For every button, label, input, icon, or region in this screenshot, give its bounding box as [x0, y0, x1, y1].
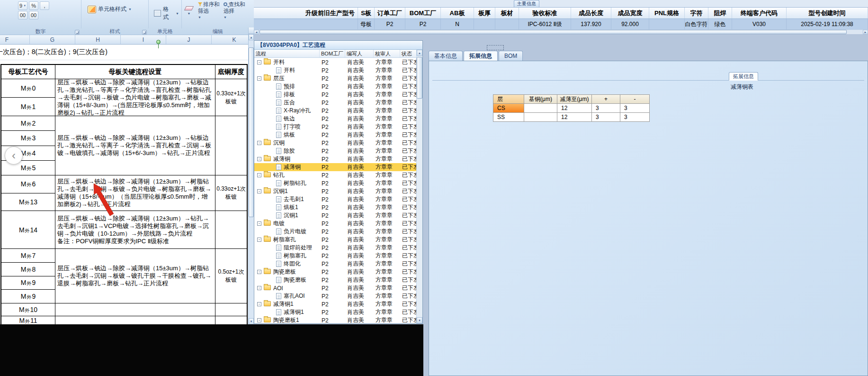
excel-column-header-F[interactable]: F — [0, 35, 30, 44]
split-handle[interactable] — [249, 28, 254, 34]
process-code-cell[interactable]: M外2 — [1, 116, 55, 131]
scroll-up-icon[interactable]: ▲ — [417, 50, 422, 56]
find-select-button[interactable]: 查找和选择 ▼ — [223, 1, 245, 21]
excel-cell-text[interactable]: 一次压合)；8(二次压合)；9(三次压合) — [0, 45, 254, 60]
process-code-cell[interactable]: M外6 — [1, 175, 55, 193]
tree-row[interactable]: 去毛刺1P2肖吉美方章章已下发 — [254, 195, 416, 203]
process-flow-cell[interactable] — [55, 303, 215, 316]
dialog-launcher-icon[interactable] — [75, 30, 80, 35]
tree-row[interactable]: 塞孔AOIP2肖吉美方章章已下发 — [254, 292, 416, 300]
tree-row[interactable]: -树脂塞孔P2肖吉美方章章已下发 — [254, 236, 416, 244]
process-flow-cell[interactable]: 层压→烘板→铣边→除胶→减薄铜（12±3um）→树脂钻孔→去毛刺→沉铜→板镀→负… — [55, 175, 215, 211]
collapse-icon[interactable]: - — [257, 302, 261, 306]
clear-button[interactable]: ▼ — [183, 1, 195, 19]
process-code-cell[interactable]: M外9 — [1, 276, 55, 290]
sort-filter-button[interactable]: 排序和筛选 ▼ — [197, 1, 220, 21]
thin-table-cell[interactable] — [524, 113, 557, 122]
collapse-icon[interactable]: - — [257, 173, 261, 177]
thin-table-cell[interactable]: 12 — [557, 104, 592, 113]
tree-row[interactable]: -AOIP2肖吉美方章章已下发 — [254, 284, 416, 292]
collapse-icon[interactable]: - — [257, 318, 261, 322]
process-code-cell[interactable]: M外13 — [1, 193, 55, 211]
process-code-cell[interactable]: M外0 — [1, 79, 55, 98]
tree-row[interactable]: 阻焊前处理P2肖吉美方章章已下发 — [254, 244, 416, 252]
tree-vertical-scrollbar[interactable]: ▲ ▼ — [416, 50, 422, 323]
tree-row[interactable]: -钻孔P2肖吉美方章章已下发 — [254, 171, 416, 179]
tree-row[interactable]: -电镀P2肖吉美方章章已下发 — [254, 220, 416, 228]
tree-row[interactable]: 打字喷P2肖吉美方章章已下发 — [254, 123, 416, 131]
tab-extended-info-inner[interactable]: 拓展信息 — [729, 72, 758, 81]
thin-table-cell[interactable]: 3 — [620, 104, 650, 113]
comma-style-button[interactable]: , — [40, 1, 49, 10]
tab-拓展信息[interactable]: 拓展信息 — [464, 51, 498, 61]
thin-table-cell[interactable]: 3 — [592, 113, 620, 122]
copper-thickness-cell[interactable]: 0.5oz+1次板镀 — [215, 249, 247, 303]
collapse-icon[interactable]: - — [257, 238, 261, 242]
process-code-cell[interactable]: M外8 — [1, 263, 55, 276]
tree-row[interactable]: 铣边P2肖吉美方章章已下发 — [254, 115, 416, 123]
tree-row[interactable]: 除胶P2肖吉美方章章已下发 — [254, 147, 416, 155]
tab-main-info[interactable]: 主要信息 — [514, 0, 539, 7]
copper-thickness-cell[interactable] — [215, 316, 247, 324]
tree-row[interactable]: 减薄铜P2肖吉美方章章已下发 — [254, 163, 416, 171]
tree-row[interactable]: 沉铜1P2肖吉美方章章已下发 — [254, 211, 416, 220]
tree-row[interactable]: X-Ray冲孔P2肖吉美方章章已下发 — [254, 107, 416, 115]
format-button[interactable]: 格式 ▼ — [152, 4, 181, 23]
tree-row[interactable]: 烘板P2肖吉美方章章已下发 — [254, 131, 416, 139]
thin-table-cell[interactable]: 12 — [557, 113, 592, 122]
thin-table-cell[interactable]: CS — [493, 104, 524, 113]
tree-row[interactable]: 负片电镀P2肖吉美方章章已下发 — [254, 228, 416, 236]
process-flow-cell[interactable] — [55, 316, 215, 324]
process-code-cell[interactable]: M外11 — [1, 316, 55, 324]
number-format-button[interactable]: 9▼ — [18, 1, 27, 10]
tree-row[interactable]: -层压P2肖吉美方章章已下发 — [254, 74, 416, 83]
collapse-icon[interactable]: - — [257, 76, 261, 81]
tree-row[interactable]: -沉铜1P2肖吉美方章章已下发 — [254, 187, 416, 195]
excel-vertical-scrollbar[interactable]: ▲ ▼ — [248, 28, 254, 324]
tree-row[interactable]: 减薄铜1P2肖吉美方章章已下发 — [254, 308, 416, 316]
tree-row[interactable]: 开料P2肖吉美方章章已下发 — [254, 66, 416, 74]
collapse-icon[interactable]: - — [257, 157, 261, 161]
collapse-icon[interactable]: - — [257, 221, 261, 226]
dialog-launcher-icon[interactable] — [142, 30, 147, 35]
tree-row[interactable]: -陶瓷磨板1P2肖吉美方章章已下发 — [254, 316, 416, 323]
process-flow-cell[interactable]: 层压→烘板→铣边→除胶→减薄铜（12±3um）→钻孔→去毛刺→沉铜1→VCP电镀… — [55, 211, 215, 248]
copper-thickness-cell[interactable]: 0.33oz+1次板镀 — [215, 175, 247, 211]
shape-rotation-handle[interactable] — [156, 40, 161, 44]
increase-decimal-button[interactable]: 00 — [18, 11, 27, 19]
process-code-cell[interactable]: M外3 — [1, 131, 55, 146]
hscrollbar-thumb[interactable] — [260, 30, 847, 34]
process-code-cell[interactable]: M外10 — [1, 303, 55, 316]
process-code-cell[interactable]: M外7 — [1, 249, 55, 263]
excel-scrollbar-thumb[interactable] — [249, 47, 254, 217]
collapse-icon[interactable]: - — [257, 270, 261, 274]
process-code-cell[interactable]: M外9 — [1, 290, 55, 303]
copper-thickness-cell[interactable] — [215, 116, 247, 175]
scroll-down-icon[interactable]: ▼ — [249, 318, 254, 324]
tree-row[interactable]: 压合P2肖吉美方章章已下发 — [254, 99, 416, 107]
process-code-cell[interactable]: M外14 — [1, 211, 55, 248]
tab-BOM[interactable]: BOM — [499, 51, 523, 61]
red-arrow-annotation[interactable] — [88, 182, 116, 220]
tree-row[interactable]: -陶瓷磨板P2肖吉美方章章已下发 — [254, 268, 416, 276]
tree-row[interactable]: 终固化P2肖吉美方章章已下发 — [254, 260, 416, 268]
thin-table-cell[interactable] — [524, 104, 557, 113]
scroll-down-icon[interactable]: ▼ — [417, 317, 422, 323]
tree-row[interactable]: 树脂塞孔P2肖吉美方章章已下发 — [254, 252, 416, 260]
tree-row[interactable]: -减薄铜1P2肖吉美方章章已下发 — [254, 300, 416, 308]
scroll-right-icon[interactable]: ► — [863, 30, 868, 34]
excel-column-header-J[interactable]: J — [166, 35, 212, 44]
cell-styles-button[interactable]: 单元格样式 ▼ — [85, 4, 134, 15]
collapse-icon[interactable]: - — [257, 286, 261, 290]
decrease-decimal-button[interactable]: 00 — [29, 11, 38, 19]
tree-scrollbar-thumb[interactable] — [417, 57, 422, 99]
thin-table-cell[interactable]: 3 — [620, 113, 650, 122]
scroll-left-icon[interactable]: ◄ — [254, 30, 259, 34]
scroll-up-icon[interactable]: ▲ — [249, 34, 254, 40]
tree-row[interactable]: 陶瓷磨板P2肖吉美方章章已下发 — [254, 276, 416, 284]
tree-row[interactable]: -沉铜P2肖吉美方章章已下发 — [254, 139, 416, 147]
thin-table-cell[interactable]: 3 — [592, 104, 620, 113]
copper-thickness-cell[interactable]: 0.33oz+1次板镀 — [215, 79, 247, 116]
previous-button[interactable]: ‹ — [5, 147, 23, 165]
tree-row[interactable]: 烘板1P2肖吉美方章章已下发 — [254, 203, 416, 211]
